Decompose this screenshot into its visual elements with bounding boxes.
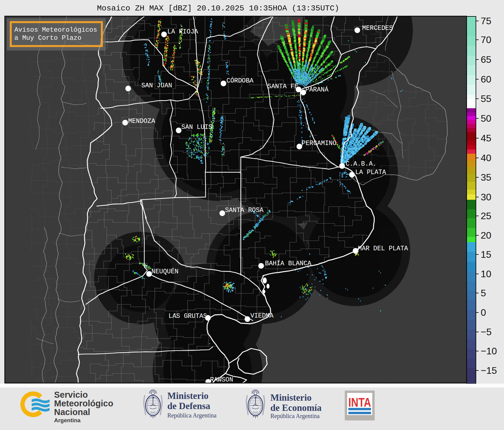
svg-text:−10: −10: [481, 346, 497, 356]
svg-text:Avisos Meteorológicos: Avisos Meteorológicos: [14, 26, 97, 34]
svg-text:a Muy Corto Plazo: a Muy Corto Plazo: [14, 34, 81, 42]
svg-text:20: 20: [481, 230, 491, 241]
svg-text:−15: −15: [481, 365, 497, 376]
svg-text:MAR DEL PLATA: MAR DEL PLATA: [358, 245, 408, 252]
svg-text:55: 55: [481, 93, 491, 104]
svg-text:SAN JUAN: SAN JUAN: [141, 82, 172, 89]
svg-text:República Argentina: República Argentina: [167, 412, 217, 419]
svg-text:60: 60: [481, 74, 491, 85]
svg-text:10: 10: [481, 269, 491, 279]
svg-text:CÓRDOBA: CÓRDOBA: [226, 77, 253, 84]
svg-text:C.A.B.A.: C.A.B.A.: [346, 160, 376, 167]
svg-text:Mosaico ZH MAX [dBZ] 20.10.202: Mosaico ZH MAX [dBZ] 20.10.2025 10:35HOA…: [97, 4, 339, 13]
svg-text:−5: −5: [481, 327, 491, 337]
svg-text:0: 0: [481, 307, 486, 318]
svg-text:5: 5: [481, 288, 486, 298]
svg-text:Argentina: Argentina: [54, 417, 81, 423]
svg-text:30: 30: [481, 192, 491, 202]
svg-text:MERCEDES: MERCEDES: [362, 25, 393, 32]
svg-text:VIEDMA: VIEDMA: [250, 312, 274, 319]
svg-text:40: 40: [481, 153, 491, 163]
svg-text:PARANÁ: PARANÁ: [305, 86, 329, 93]
svg-text:25: 25: [481, 211, 491, 221]
svg-text:Meteorológico: Meteorológico: [54, 399, 113, 408]
svg-text:45: 45: [481, 133, 491, 144]
svg-text:SANTA ROSA: SANTA ROSA: [225, 207, 264, 214]
svg-text:65: 65: [481, 54, 491, 65]
svg-text:RAWSON: RAWSON: [210, 376, 233, 383]
svg-text:Nacional: Nacional: [54, 407, 90, 417]
svg-text:LA PLATA: LA PLATA: [355, 169, 386, 176]
svg-text:SANTA FE: SANTA FE: [267, 83, 298, 90]
svg-text:15: 15: [481, 249, 491, 260]
svg-text:70: 70: [481, 34, 491, 45]
svg-text:35: 35: [481, 172, 491, 183]
svg-text:PERGAMINO: PERGAMINO: [302, 140, 336, 147]
svg-text:Ministerio: Ministerio: [167, 391, 209, 401]
svg-text:Ministerio: Ministerio: [270, 392, 312, 403]
svg-text:INTA: INTA: [348, 395, 371, 409]
svg-text:República Argentina: República Argentina: [270, 413, 320, 420]
svg-text:NEUQUÉN: NEUQUÉN: [151, 268, 178, 275]
svg-text:LA RIOJA: LA RIOJA: [167, 28, 198, 35]
svg-text:de Defensa: de Defensa: [167, 401, 210, 411]
svg-text:LAS GRUTAS: LAS GRUTAS: [168, 312, 207, 320]
svg-text:de Economía: de Economía: [270, 402, 322, 413]
svg-text:Servicio: Servicio: [54, 390, 88, 399]
svg-text:SAN LUIS: SAN LUIS: [181, 123, 212, 131]
svg-text:BAHÍA BLANCA: BAHÍA BLANCA: [265, 260, 311, 267]
svg-text:MENDOZA: MENDOZA: [128, 118, 155, 125]
svg-text:75: 75: [481, 16, 491, 26]
svg-text:50: 50: [481, 113, 491, 124]
